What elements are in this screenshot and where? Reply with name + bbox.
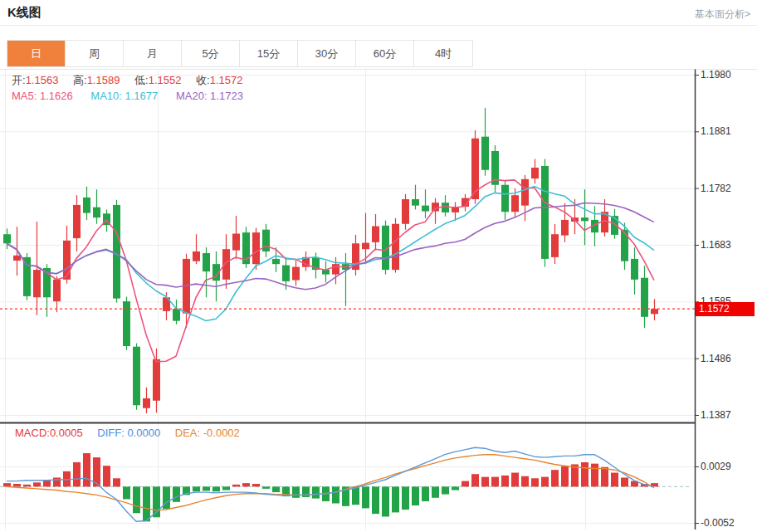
ma10-value: MA10: 1.1677: [90, 90, 158, 102]
svg-text:1.1782: 1.1782: [701, 183, 731, 194]
ma20-value: MA20: 1.1723: [176, 90, 243, 102]
tab-30min[interactable]: 30分: [298, 41, 356, 66]
svg-text:0.0029: 0.0029: [701, 461, 731, 472]
tab-monthly[interactable]: 月: [124, 41, 182, 66]
low-label: 低:: [134, 74, 149, 86]
svg-text:1.1486: 1.1486: [701, 353, 731, 364]
ma5-value: MA5: 1.1626: [12, 90, 73, 102]
timeframe-tabs: 日 周 月 5分 15分 30分 60分 4时: [7, 40, 473, 67]
dea-value: DEA: -0.0002: [175, 427, 240, 439]
macd-readout: MACD:0.0005 DIFF: 0.0000 DEA: -0.0002: [15, 427, 252, 439]
tab-5min[interactable]: 5分: [182, 41, 240, 66]
close-value: 1.1572: [210, 74, 243, 86]
svg-text:1.1881: 1.1881: [701, 125, 731, 137]
grid-lines: [0, 70, 695, 530]
ma-readout: MA5: 1.1626 MA10: 1.1677 MA20: 1.1723: [12, 90, 258, 102]
open-label: 开:: [12, 74, 26, 86]
high-value: 1.1589: [87, 74, 120, 86]
diff-value: DIFF: 0.0000: [97, 427, 160, 439]
y-axis-labels: 1.19801.18811.17821.16831.15851.14861.13…: [695, 69, 735, 529]
tab-60min[interactable]: 60分: [356, 41, 414, 66]
ohlc-readout: 开:1.1563 高:1.1589 低:1.1552 收:1.1572: [12, 73, 254, 88]
svg-text:1.1387: 1.1387: [701, 409, 731, 421]
price-tag: 1.1572: [696, 302, 755, 316]
kline-page: { "header": { "title": "K线图", "link": "基…: [0, 0, 757, 532]
ma-lines: [7, 179, 654, 361]
tab-4hour[interactable]: 4时: [414, 41, 472, 66]
close-label: 收:: [196, 74, 210, 86]
svg-text:-0.0052: -0.0052: [701, 517, 735, 529]
high-label: 高:: [73, 74, 87, 86]
macd-value: MACD:0.0005: [15, 427, 83, 439]
tab-15min[interactable]: 15分: [240, 41, 298, 66]
tab-weekly[interactable]: 周: [66, 41, 124, 66]
tab-daily[interactable]: 日: [7, 41, 66, 66]
open-value: 1.1563: [26, 74, 59, 86]
low-value: 1.1552: [149, 74, 182, 86]
svg-text:1.1980: 1.1980: [701, 69, 731, 81]
svg-text:1.1683: 1.1683: [701, 239, 731, 251]
